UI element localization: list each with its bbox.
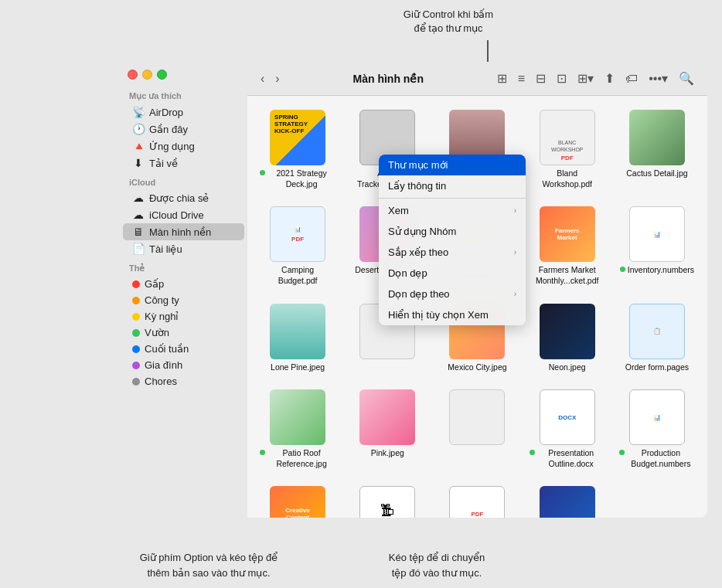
sidebar-item-label: Vườn [145, 327, 169, 338]
file-item[interactable]: Lone Pine.jpeg [257, 299, 339, 378]
icloud-icon: ☁ [132, 209, 145, 221]
close-button[interactable] [128, 70, 138, 80]
sidebar-item-label: Được chia sẻ [149, 192, 209, 204]
sidebar-item-tag-family[interactable]: Gia đình [123, 357, 244, 373]
file-thumbnail [359, 389, 415, 445]
context-menu-item-sort-by[interactable]: Sắp xếp theo › [379, 242, 526, 263]
file-thumbnail [540, 486, 595, 518]
sidebar-item-tag-vacation[interactable]: Kỳ nghỉ [123, 308, 244, 325]
file-item[interactable]: 📊 Production Budget.numbers [616, 385, 698, 474]
context-menu-item-new-folder[interactable]: Thư mục mới [379, 155, 526, 175]
gallery-view-button[interactable]: ⊡ [553, 69, 570, 88]
back-button[interactable]: ‹ [257, 70, 268, 87]
file-item[interactable]: FarmersMarket Farmers Market Monthly...c… [526, 202, 608, 291]
status-dot [260, 170, 265, 175]
sidebar-item-tag-chores[interactable]: Chores [123, 373, 244, 389]
file-item[interactable] [436, 385, 518, 474]
sidebar-icloud-label: iCloud [120, 172, 247, 189]
status-dot [260, 450, 265, 455]
toolbar-icons: ⊞ ≡ ⊟ ⊡ ⊞▾ ⬆ 🏷 •••▾ 🔍 [493, 69, 698, 88]
file-thumbnail: 🗜 ZIP [359, 486, 415, 518]
downloads-icon: ⬇ [132, 157, 145, 169]
toolbar-title: Màn hình nền [288, 73, 489, 85]
sidebar-item-label: Gấp [145, 278, 164, 290]
file-item[interactable]: Skater.jpeg [526, 481, 608, 518]
airdrop-icon: 📡 [132, 106, 145, 118]
sidebar-item-tag-gap[interactable]: Gấp [123, 276, 244, 292]
file-item[interactable]: BLANCWORKSHOP PDF Bland Workshop.pdf [526, 105, 608, 194]
tag-button[interactable]: 🏷 [622, 70, 642, 88]
file-thumbnail [449, 389, 505, 445]
file-item[interactable]: DOCX Presentation Outline.docx [526, 385, 608, 474]
sidebar-item-label: iCloud Drive [149, 209, 204, 221]
shared-icon: ☁ [132, 192, 145, 204]
more-button[interactable]: •••▾ [645, 69, 672, 88]
desktop-icon: 🖥 [132, 226, 145, 238]
sidebar-item-tag-weekend[interactable]: Cuối tuần [123, 341, 244, 357]
context-menu-item-view[interactable]: Xem › [379, 200, 526, 221]
sidebar-item-tag-garden[interactable]: Vườn [123, 325, 244, 341]
share-button[interactable]: ⬆ [601, 69, 618, 88]
file-thumbnail [270, 304, 325, 359]
file-thumbnail: 📊 [629, 206, 685, 262]
sidebar-item-icloud-drive[interactable]: ☁ iCloud Drive [123, 206, 244, 223]
file-item[interactable]: PDF Shopping List.pdf [436, 481, 518, 518]
recent-icon: 🕐 [132, 123, 145, 135]
file-item[interactable]: Neon.jpeg [526, 299, 608, 378]
file-thumbnail: CreativeContent [270, 486, 325, 518]
sidebar-item-label: Cuối tuần [145, 343, 189, 355]
context-menu-item-clean-up[interactable]: Dọn dẹp [379, 263, 526, 284]
file-thumbnail: 📋 [629, 304, 685, 359]
file-item[interactable]: CreativeContent Project Brief.jpg [257, 481, 339, 518]
file-thumbnail: 📊 [629, 389, 685, 445]
sidebar-item-label: Màn hình nền [149, 226, 211, 238]
file-thumbnail [540, 304, 595, 359]
sidebar-tags-label: Thẻ [120, 257, 247, 276]
file-item[interactable]: SPRINGSTRATEGYKICK-OFF 2021 Strategy Dec… [257, 105, 339, 194]
file-label: Inventory.numbers [620, 265, 694, 276]
sidebar-item-recent[interactable]: 🕐 Gần đây [123, 121, 244, 138]
tag-dot-red [132, 280, 140, 288]
search-button[interactable]: 🔍 [675, 69, 698, 88]
forward-button[interactable]: › [271, 70, 283, 87]
tag-dot-blue [132, 345, 140, 353]
file-item[interactable]: 📊 Inventory.numbers [616, 202, 698, 291]
submenu-chevron: › [514, 206, 516, 215]
sidebar-item-apps[interactable]: 🔺 Ứng dụng [123, 138, 244, 155]
column-view-button[interactable]: ⊟ [532, 69, 550, 88]
annotation-top: Giữ Control khi bấm để tạo thư mục [371, 8, 526, 36]
file-item[interactable]: 📋 Order form.pages [616, 299, 698, 378]
file-item[interactable]: 🗜 ZIP Round one Deliverables.zip [346, 481, 428, 518]
sidebar-item-airdrop[interactable]: 📡 AirDrop [123, 104, 244, 121]
submenu-chevron: › [514, 290, 516, 298]
sidebar-item-shared[interactable]: ☁ Được chia sẻ [123, 189, 244, 206]
status-dot [619, 450, 625, 455]
sidebar-item-tag-company[interactable]: Công ty [123, 292, 244, 308]
context-menu-item-get-info[interactable]: Lấy thông tin [379, 175, 526, 196]
tag-dot-green [132, 329, 140, 337]
context-menu-item-use-groups[interactable]: Sử dụng Nhóm [379, 221, 526, 242]
file-thumbnail: SPRINGSTRATEGYKICK-OFF [270, 110, 325, 165]
submenu-chevron: › [514, 248, 516, 257]
sidebar-item-desktop[interactable]: 🖥 Màn hình nền [123, 223, 244, 240]
minimize-button[interactable] [142, 70, 152, 80]
tag-dot-gray [132, 378, 140, 386]
file-item[interactable]: Cactus Detail.jpg [616, 105, 698, 194]
list-view-button[interactable]: ≡ [514, 70, 529, 88]
sidebar-item-documents[interactable]: 📄 Tài liệu [123, 240, 244, 257]
context-menu-item-clean-up-by[interactable]: Dọn dẹp theo › [379, 284, 526, 304]
file-item[interactable]: Pink.jpeg [346, 385, 428, 474]
apps-icon: 🔺 [132, 140, 145, 152]
annotation-bottom-right: Kéo tệp để di chuyển tệp đó vào thư mục. [356, 550, 518, 580]
maximize-button[interactable] [157, 70, 167, 80]
file-item[interactable]: 📊 PDF Camping Budget.pdf [257, 202, 339, 291]
file-thumbnail: FarmersMarket [540, 206, 595, 262]
icon-view-button[interactable]: ⊞ [493, 69, 511, 88]
context-menu-item-show-view-options[interactable]: Hiển thị tùy chọn Xem [379, 304, 526, 325]
sidebar-item-downloads[interactable]: ⬇ Tải về [123, 155, 244, 172]
status-dot [530, 450, 535, 455]
group-button[interactable]: ⊞▾ [574, 69, 598, 88]
file-label: Production Budget.numbers [619, 448, 695, 469]
sidebar-item-label: AirDrop [149, 107, 183, 118]
file-item[interactable]: Patio Roof Reference.jpg [257, 385, 339, 474]
